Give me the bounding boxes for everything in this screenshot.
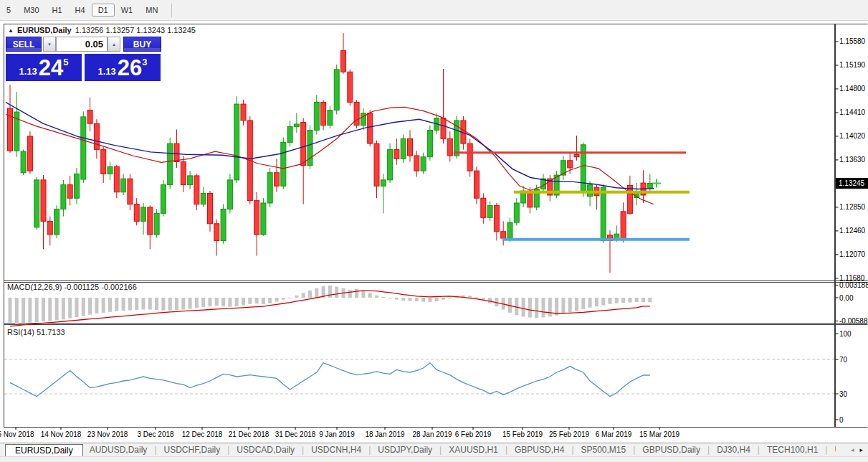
timeframe-button-5[interactable]: 5 xyxy=(0,4,17,16)
svg-text:1.12070: 1.12070 xyxy=(839,250,866,258)
tabs-scroll-left-icon[interactable]: ◂ xyxy=(851,446,854,453)
tab-separator: | xyxy=(758,445,760,455)
svg-text:6 Feb 2019: 6 Feb 2019 xyxy=(455,430,492,438)
status-strip xyxy=(0,456,868,462)
svg-text:1.14020: 1.14020 xyxy=(839,132,866,140)
svg-text:1.12850: 1.12850 xyxy=(839,203,866,211)
chart-ohlc-quotes: 1.13256 1.13257 1.13243 1.13245 xyxy=(75,26,196,34)
tab-usdchf-daily[interactable]: USDCHF,Daily xyxy=(158,445,227,455)
svg-text:23 Nov 2018: 23 Nov 2018 xyxy=(87,430,128,438)
timeframe-button-d1[interactable]: D1 xyxy=(92,4,115,16)
svg-text:0: 0 xyxy=(839,416,844,424)
svg-text:1.15580: 1.15580 xyxy=(839,37,866,45)
tab-separator: | xyxy=(505,445,507,455)
svg-text:1.12460: 1.12460 xyxy=(839,227,866,235)
buy-price-sup: 3 xyxy=(142,57,147,67)
sell-price-sup: 5 xyxy=(63,57,68,67)
tab-separator: | xyxy=(227,445,229,455)
toolbar-divider xyxy=(171,4,172,17)
chevron-down-icon: ▾ xyxy=(48,42,51,47)
tab-separator: | xyxy=(154,445,156,455)
tab-separator: | xyxy=(368,445,371,455)
tab-separator: | xyxy=(633,445,635,455)
svg-text:9 Jan 2019: 9 Jan 2019 xyxy=(319,430,355,438)
svg-text:1.14800: 1.14800 xyxy=(839,85,866,93)
tab-usdjpy-daily[interactable]: USDJPY,Daily xyxy=(371,445,439,455)
svg-text:31 Dec 2018: 31 Dec 2018 xyxy=(275,430,316,438)
tabs-scroll-right-icon[interactable]: ▸ xyxy=(859,446,863,453)
svg-text:5 Nov 2018: 5 Nov 2018 xyxy=(0,430,34,438)
svg-text:1.14410: 1.14410 xyxy=(839,108,866,116)
sell-price-small: 1.13 xyxy=(19,66,37,77)
sell-price-button[interactable]: 1.13 24 5 xyxy=(6,54,82,81)
buy-price-small: 1.13 xyxy=(97,66,115,77)
svg-text:70: 70 xyxy=(839,356,848,364)
tab-usdcnh-h4[interactable]: USDCNH,H4 xyxy=(305,445,368,455)
timeframe-button-m30[interactable]: M30 xyxy=(17,4,45,16)
tab-separator: | xyxy=(439,445,442,455)
svg-text:RSI(14) 51.7133: RSI(14) 51.7133 xyxy=(7,328,65,336)
svg-text:0.003188: 0.003188 xyxy=(839,281,868,289)
tab-gbpusd-daily[interactable]: GBPUSD,Daily xyxy=(636,445,707,455)
svg-text:15 Feb 2019: 15 Feb 2019 xyxy=(502,430,543,438)
svg-text:15 Mar 2019: 15 Mar 2019 xyxy=(639,430,680,438)
volume-increase-button[interactable]: ▴ xyxy=(108,37,120,52)
one-click-trading-panel: SELL ▾ 0.05 ▴ BUY 1.13 24 5 1.13 26 3 xyxy=(4,36,163,82)
tab-audusd-daily[interactable]: AUDUSD,Daily xyxy=(83,445,154,455)
buy-price-big: 26 xyxy=(118,57,142,79)
chevron-up-icon: ▴ xyxy=(113,42,115,47)
tab-eurusd-daily[interactable]: EURUSD,Daily xyxy=(5,444,83,457)
svg-text:12 Dec 2018: 12 Dec 2018 xyxy=(182,430,223,438)
tab-sp500-m15[interactable]: SP500,M15 xyxy=(575,445,633,455)
svg-text:0.00: 0.00 xyxy=(839,294,854,302)
sell-price-big: 24 xyxy=(39,57,63,79)
timeframe-button-h4[interactable]: H4 xyxy=(69,4,92,16)
timeframe-button-h1[interactable]: H1 xyxy=(46,4,69,16)
chart-title[interactable]: ▲ EURUSD,Daily 1.13256 1.13257 1.13243 1… xyxy=(8,26,196,34)
tab-separator: | xyxy=(302,445,304,455)
svg-text:14 Nov 2018: 14 Nov 2018 xyxy=(41,430,82,438)
tab-xauusd-h1[interactable]: XAUUSD,H1 xyxy=(442,445,505,455)
price-axis: 1.155801.151901.148001.144101.140201.136… xyxy=(836,37,868,282)
tab-gbpusd-h4[interactable]: GBPUSD,H4 xyxy=(508,445,571,455)
svg-text:25 Feb 2019: 25 Feb 2019 xyxy=(549,430,590,438)
buy-price-button[interactable]: 1.13 26 3 xyxy=(85,54,161,81)
svg-text:100: 100 xyxy=(839,330,852,338)
svg-text:-0.005889: -0.005889 xyxy=(839,317,868,325)
buy-button[interactable]: BUY xyxy=(123,37,161,52)
svg-text:28 Jan 2019: 28 Jan 2019 xyxy=(412,430,452,438)
collapse-panel-icon[interactable]: ▲ xyxy=(8,27,14,34)
svg-text:6 Mar 2019: 6 Mar 2019 xyxy=(596,430,632,438)
svg-text:18 Jan 2019: 18 Jan 2019 xyxy=(365,430,404,438)
tab-dj30-h4[interactable]: DJ30,H4 xyxy=(710,445,757,455)
svg-text:1.13245: 1.13245 xyxy=(839,179,865,187)
svg-text:MACD(12,26,9) -0.001125 -0.002: MACD(12,26,9) -0.001125 -0.002166 xyxy=(7,283,137,291)
volume-decrease-button[interactable]: ▾ xyxy=(43,37,56,52)
chart-tabs-bar: EURUSD,DailyAUDUSD,Daily|USDCHF,Daily|US… xyxy=(0,443,868,456)
svg-text:3 Dec 2018: 3 Dec 2018 xyxy=(137,430,174,438)
sell-button[interactable]: SELL xyxy=(6,37,42,52)
chart-symbol-label: EURUSD,Daily xyxy=(17,26,72,34)
timeframe-button-w1[interactable]: W1 xyxy=(115,4,140,16)
chart-tabs-scroll: ◂ ▸ xyxy=(836,443,868,456)
tab-usdcad-daily[interactable]: USDCAD,Daily xyxy=(230,445,301,455)
date-axis: 5 Nov 201814 Nov 201823 Nov 20183 Dec 20… xyxy=(0,428,680,438)
svg-text:1.15190: 1.15190 xyxy=(839,61,866,69)
svg-text:1.13630: 1.13630 xyxy=(839,156,866,164)
tab-tech100-h1[interactable]: TECH100,H1 xyxy=(760,445,824,455)
tab-separator: | xyxy=(571,445,573,455)
timeframe-bar: 5M30H1H4D1W1MN xyxy=(0,0,868,21)
svg-text:21 Dec 2018: 21 Dec 2018 xyxy=(229,430,270,438)
tab-separator: | xyxy=(825,445,827,455)
volume-input[interactable]: 0.05 xyxy=(56,37,108,52)
tab-separator: | xyxy=(707,445,710,455)
timeframe-button-mn[interactable]: MN xyxy=(139,4,164,16)
svg-text:30: 30 xyxy=(839,390,848,398)
